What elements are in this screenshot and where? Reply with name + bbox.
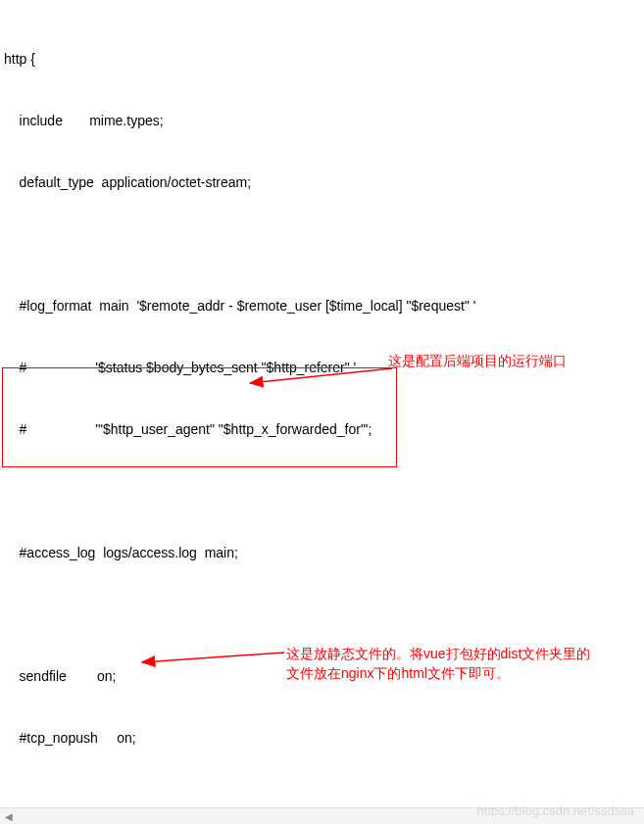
code-line: http { [4,49,640,70]
annotation-text-backend-port: 这是配置后端项目的运行端口 [388,352,567,371]
code-line: #log_format main '$remote_addr - $remote… [4,296,640,316]
code-line: #access_log logs/access.log main; [4,543,640,563]
code-line: #tcp_nopush on; [4,728,640,749]
annotation-text-static-files: 这是放静态文件的。将vue打包好的dist文件夹里的 文件放在nginx下的ht… [286,645,639,683]
code-line: include mime.types; [4,111,640,131]
watermark-text: https://blog.csdn.net/ssdssa [477,801,634,821]
horizontal-scrollbar[interactable]: ◀ https://blog.csdn.net/ssdssa [0,807,644,824]
code-line [4,481,640,502]
code-line: default_type application/octet-stream; [4,172,640,193]
code-line: # '"$http_user_agent" "$http_x_forwarded… [4,419,640,440]
code-line [4,605,640,625]
annotation-line: 文件放在nginx下的html文件下即可。 [286,665,510,681]
code-block: http { include mime.types; default_type … [0,0,644,824]
scrollbar-left-arrow-icon[interactable]: ◀ [0,808,17,824]
code-line [4,234,640,255]
annotation-line: 这是放静态文件的。将vue打包好的dist文件夹里的 [286,646,590,661]
